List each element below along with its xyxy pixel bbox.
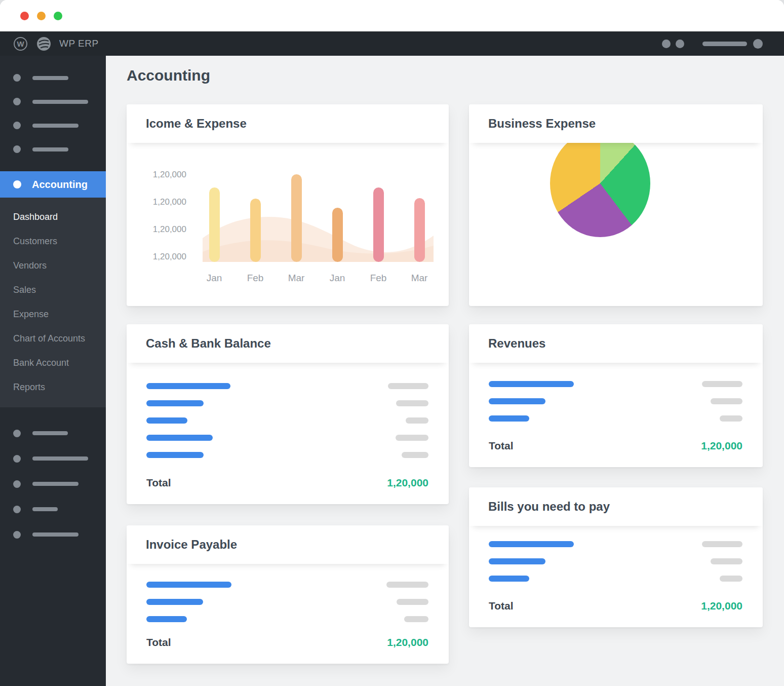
card-business-expense: Business Expense [469,104,763,306]
sidebar-item-label: Accounting [32,179,88,190]
menu-label-placeholder [32,532,79,537]
sidebar-item-chart-of-accounts[interactable]: Chart of Accounts [0,326,106,351]
item-label-placeholder [146,383,230,389]
card-revenues: Revenues Total 1,20,000 [469,324,763,467]
wordpress-logo-icon[interactable]: W [14,37,27,51]
total-label: Total [146,636,171,649]
sidebar-placeholder-item[interactable] [13,66,106,90]
sidebar-placeholder-item[interactable] [13,446,106,471]
menu-label-placeholder [32,507,58,511]
close-button[interactable] [20,12,29,20]
card-cash-bank-balance: Cash & Bank Balance Total 1,20,000 [127,324,449,504]
sidebar-item-expense[interactable]: Expense [0,302,106,326]
item-label-placeholder [146,452,204,458]
sidebar-placeholder-item[interactable] [13,421,106,446]
item-label-placeholder [146,616,187,622]
sidebar-placeholder-item[interactable] [13,471,106,497]
sidebar-item-accounting[interactable]: Accounting [0,171,106,198]
sidebar-item-customers[interactable]: Customers [0,229,106,253]
bar-3-mar [291,174,302,262]
admin-bar-text-placeholder[interactable] [702,42,747,46]
list-item [469,393,763,410]
bar-4-jan [332,208,343,262]
sidebar-bottom-menu [0,407,106,547]
item-value-placeholder [406,417,428,424]
list-item [127,395,449,412]
total-row: Total 1,20,000 [146,477,428,489]
x-axis-label: Mar [404,273,435,284]
list-item [469,375,763,393]
sidebar-placeholder-item[interactable] [13,113,106,137]
menu-label-placeholder [32,100,88,104]
card-title: Revenues [469,324,763,363]
total-label: Total [489,600,514,612]
income-expense-bar-chart: 1,20,0001,20,0001,20,0001,20,000JanFebMa… [127,143,449,306]
sidebar-placeholder-item[interactable] [13,90,106,113]
admin-bar-icon-placeholder[interactable] [676,40,684,48]
x-axis-label: Feb [363,273,394,284]
main-content: Accounting Icome & Expense 1,20,0001,20,… [106,56,784,686]
x-axis-label: Feb [240,273,270,284]
sidebar-item-dashboard[interactable]: Dashboard [0,205,106,229]
item-label-placeholder [489,415,529,422]
card-invoice-payable: Invoice Payable Total 1,20,000 [127,525,449,664]
item-value-placeholder [720,415,742,422]
item-value-placeholder [396,435,428,441]
card-title: Cash & Bank Balance [127,324,449,363]
menu-label-placeholder [32,124,79,128]
invoice-list [127,564,449,628]
y-axis-tick: 1,20,000 [127,197,186,207]
list-item [127,593,449,611]
list-item [127,576,449,593]
item-value-placeholder [711,558,742,564]
list-item [127,611,449,628]
admin-bar-right-controls [662,39,763,49]
total-label: Total [146,477,171,489]
menu-dot-icon [13,480,21,488]
fullscreen-button[interactable] [54,12,62,20]
menu-dot-icon [13,145,21,153]
list-item [127,429,449,446]
balance-list [127,363,449,464]
item-label-placeholder [146,400,204,406]
sidebar-item-vendors[interactable]: Vendors [0,253,106,278]
total-value: 1,20,000 [701,600,742,612]
card-income-expense: Icome & Expense 1,20,0001,20,0001,20,000… [127,104,449,306]
sidebar-item-reports[interactable]: Reports [0,375,106,399]
page-title: Accounting [127,67,210,84]
admin-bar-icon-placeholder[interactable] [662,40,671,48]
x-axis-label: Mar [281,273,311,284]
menu-dot-icon [13,122,21,129]
sidebar-item-sales[interactable]: Sales [0,278,106,302]
item-label-placeholder [146,417,187,424]
item-label-placeholder [489,558,545,564]
total-row: Total 1,20,000 [489,440,742,452]
total-label: Total [489,440,514,452]
sidebar-submenu: DashboardCustomersVendorsSalesExpenseCha… [0,198,106,407]
y-axis-tick: 1,20,000 [127,170,186,180]
sidebar-placeholder-item[interactable] [13,522,106,547]
minimize-button[interactable] [37,12,46,20]
wperp-logo-icon[interactable] [37,37,51,51]
item-value-placeholder [404,616,428,622]
card-title: Bills you need to pay [469,487,763,526]
list-item [127,377,449,395]
item-label-placeholder [489,398,545,404]
sidebar-placeholder-item[interactable] [13,137,106,161]
x-axis-label: Jan [199,273,229,284]
total-row: Total 1,20,000 [489,600,742,612]
item-label-placeholder [489,381,574,387]
item-label-placeholder [146,599,203,605]
item-value-placeholder [397,599,428,605]
total-value: 1,20,000 [387,636,428,649]
card-title: Invoice Payable [127,525,449,564]
menu-dot-icon [13,455,21,463]
brand-text: WP ERP [59,38,99,49]
item-label-placeholder [489,541,574,547]
y-axis-tick: 1,20,000 [127,252,186,262]
sidebar-item-bank-account[interactable]: Bank Account [0,351,106,375]
avatar[interactable] [753,39,763,49]
sidebar-placeholder-item[interactable] [13,497,106,522]
menu-dot-icon [13,74,21,82]
bills-list [469,526,763,587]
